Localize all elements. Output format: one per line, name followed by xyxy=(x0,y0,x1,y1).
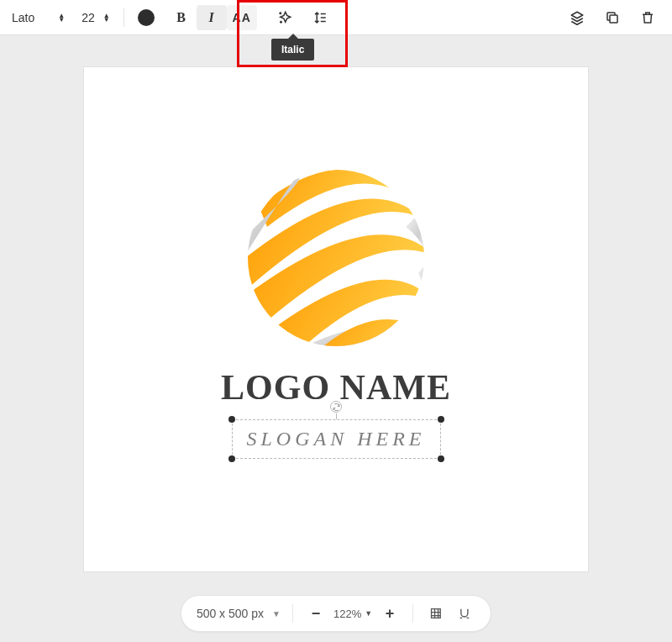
zoom-value: 122% xyxy=(333,608,361,620)
resize-handle-bottom-left[interactable] xyxy=(228,455,235,462)
rotate-handle[interactable] xyxy=(330,401,342,413)
zoom-out-button[interactable]: − xyxy=(305,603,327,624)
selection-bounding-box xyxy=(232,419,441,459)
font-size-value: 22 xyxy=(81,11,95,24)
resize-handle-top-left[interactable] xyxy=(228,416,235,423)
top-toolbar: Lato ▲▼ 22 ▲▼ B I AA xyxy=(0,0,672,35)
uppercase-button[interactable]: AA xyxy=(227,5,257,30)
canvas-size-value: 500 x 500 px xyxy=(197,607,264,620)
line-spacing-button[interactable] xyxy=(307,5,333,30)
zoom-level-select[interactable]: 122% ▼ xyxy=(333,608,372,620)
snap-toggle-button[interactable] xyxy=(454,603,475,624)
divider xyxy=(123,8,124,27)
canvas-stage[interactable]: LOGO NAME SLOGAN HERE 500 x 500 px ▼ − 1… xyxy=(0,35,672,642)
grid-toggle-button[interactable] xyxy=(425,603,447,624)
resize-handle-top-right[interactable] xyxy=(438,416,444,423)
stepper-icon: ▲▼ xyxy=(103,13,110,22)
font-name-value: Lato xyxy=(12,11,34,24)
canvas-size-select[interactable]: 500 x 500 px ▼ xyxy=(197,607,281,620)
chevron-down-icon: ▼ xyxy=(365,609,372,618)
layers-button[interactable] xyxy=(564,5,590,30)
slogan-selection[interactable]: SLOGAN HERE xyxy=(232,419,441,459)
italic-button[interactable]: I xyxy=(197,5,227,30)
stepper-icon: ▲▼ xyxy=(58,13,65,22)
effects-button[interactable] xyxy=(272,5,297,30)
delete-button[interactable] xyxy=(635,5,660,30)
italic-tooltip: Italic xyxy=(271,39,314,61)
divider xyxy=(412,604,413,623)
bottom-bar: 500 x 500 px ▼ − 122% ▼ + xyxy=(181,595,491,632)
font-family-select[interactable]: Lato ▲▼ xyxy=(12,11,65,24)
zoom-in-button[interactable]: + xyxy=(379,603,401,624)
svg-rect-0 xyxy=(610,15,617,23)
text-color-swatch[interactable] xyxy=(138,9,155,26)
font-size-stepper[interactable]: 22 ▲▼ xyxy=(81,11,110,24)
logo-mark[interactable] xyxy=(246,168,427,352)
format-group: B I AA xyxy=(166,5,257,30)
duplicate-button[interactable] xyxy=(600,5,625,30)
artboard[interactable]: LOGO NAME SLOGAN HERE xyxy=(84,67,588,571)
divider xyxy=(292,604,293,623)
chevron-down-icon: ▼ xyxy=(272,609,281,618)
bold-button[interactable]: B xyxy=(166,5,197,30)
resize-handle-bottom-right[interactable] xyxy=(438,455,444,462)
